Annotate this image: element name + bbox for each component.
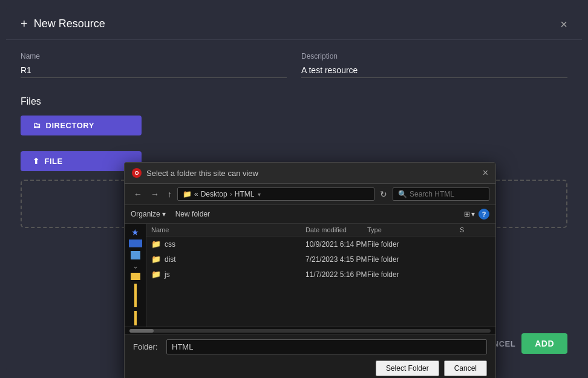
- sidebar-folder: [131, 273, 140, 281]
- back-button[interactable]: ←: [131, 187, 145, 201]
- file-type-js: File folder: [367, 270, 460, 279]
- file-row-dist[interactable]: 📁 dist 7/21/2023 4:15 PM File folder: [146, 252, 495, 267]
- dialog-header: + New Resource ×: [6, 6, 582, 40]
- description-group: Description: [301, 52, 567, 78]
- view-chevron: ▾: [471, 210, 475, 218]
- fb-cancel-button[interactable]: Cancel: [444, 360, 487, 376]
- file-browser-title-bar: O Select a folder this site can view ×: [125, 163, 495, 184]
- sidebar-item-1: [129, 240, 142, 247]
- fb-content: ★ ⌄ Name Date modified Type S 📁 css: [125, 224, 495, 327]
- file-date-js: 11/7/2022 5:16 PM: [305, 270, 367, 279]
- plus-icon: +: [21, 17, 28, 31]
- fb-file-list: Name Date modified Type S 📁 css 10/9/202…: [146, 224, 495, 327]
- fb-btn-row: Select Folder Cancel: [133, 360, 487, 376]
- file-name-dist: 📁 dist: [151, 255, 305, 264]
- folder-label: Folder:: [133, 342, 160, 351]
- description-label: Description: [301, 52, 567, 60]
- sidebar-chevron: ⌄: [132, 262, 139, 270]
- fb-actions: Organize ▾ New folder ⊞ ▾ ?: [125, 205, 495, 224]
- folder-icon: 📁: [183, 190, 192, 198]
- fb-actions-left: Organize ▾ New folder: [131, 210, 210, 218]
- fb-title-text: Select a folder this site can view: [146, 169, 258, 178]
- fb-close-button[interactable]: ×: [483, 168, 488, 178]
- file-row-css[interactable]: 📁 css 10/9/2021 6:14 PM File folder: [146, 236, 495, 252]
- breadcrumb-arrow: ›: [230, 190, 232, 198]
- up-button[interactable]: ↑: [165, 187, 175, 201]
- search-icon: 🔍: [398, 190, 407, 198]
- file-name-css: 📁 css: [151, 240, 305, 249]
- fb-hscroll[interactable]: [125, 327, 495, 334]
- th-name: Name: [151, 226, 305, 233]
- file-name-js: 📁 js: [151, 270, 305, 279]
- fb-table-header: Name Date modified Type S: [146, 224, 495, 236]
- fb-toolbar: ← → ↑ 📁 « Desktop › HTML ▾ ↻ 🔍: [125, 184, 495, 205]
- description-input[interactable]: [301, 63, 567, 78]
- upload-icon: ⬆: [33, 157, 40, 166]
- new-folder-button[interactable]: New folder: [175, 210, 210, 218]
- file-browser-dialog: O Select a folder this site can view × ←…: [124, 162, 496, 378]
- form-section: Name Description: [6, 40, 582, 90]
- file-name-text-js: js: [165, 270, 170, 279]
- breadcrumb-path2: HTML: [235, 190, 255, 198]
- hscroll-thumb: [129, 329, 154, 333]
- organize-label: Organize: [131, 210, 160, 218]
- refresh-button[interactable]: ↻: [377, 187, 390, 201]
- file-date-css: 10/9/2021 6:14 PM: [305, 240, 367, 249]
- help-button[interactable]: ?: [479, 209, 489, 220]
- sidebar-item-2: [131, 251, 140, 259]
- directory-button[interactable]: 🗂 DIRECTORY: [21, 116, 142, 135]
- th-type: Type: [367, 226, 460, 233]
- folder-row: Folder:: [133, 339, 487, 354]
- file-name-text-css: css: [165, 240, 175, 249]
- file-row-js[interactable]: 📁 js 11/7/2022 5:16 PM File folder: [146, 267, 495, 282]
- fb-sidebar: ★ ⌄: [125, 224, 146, 327]
- name-group: Name: [21, 52, 287, 78]
- dialog-title: New Resource: [34, 18, 105, 30]
- breadcrumb-sep: «: [194, 190, 198, 198]
- files-title: Files: [21, 96, 567, 107]
- th-size: S: [460, 226, 491, 233]
- select-folder-button[interactable]: Select Folder: [376, 360, 439, 376]
- name-label: Name: [21, 52, 287, 60]
- folder-icon-css: 📁: [151, 240, 161, 249]
- directory-icon: 🗂: [33, 121, 41, 130]
- folder-input[interactable]: [166, 339, 487, 354]
- view-icon: ⊞: [464, 210, 470, 218]
- view-button[interactable]: ⊞ ▾: [464, 210, 475, 218]
- hscroll-track: [129, 329, 491, 333]
- search-input[interactable]: [410, 190, 484, 198]
- file-date-dist: 7/21/2023 4:15 PM: [305, 255, 367, 264]
- file-button[interactable]: ⬆ FILE: [21, 151, 142, 171]
- organize-chevron: ▾: [162, 210, 166, 218]
- opera-icon: O: [132, 168, 142, 178]
- folder-icon-dist: 📁: [151, 255, 161, 264]
- forward-button[interactable]: →: [148, 187, 162, 201]
- fb-footer: Folder: Select Folder Cancel: [125, 334, 495, 378]
- file-name-text-dist: dist: [165, 255, 176, 264]
- organize-button[interactable]: Organize ▾: [131, 210, 166, 218]
- breadcrumb-bar[interactable]: 📁 « Desktop › HTML ▾: [177, 187, 374, 201]
- file-type-dist: File folder: [367, 255, 460, 264]
- sidebar-bar1: [134, 284, 137, 307]
- file-label: FILE: [45, 157, 63, 166]
- title-row: + New Resource: [21, 17, 105, 31]
- add-button[interactable]: ADD: [521, 333, 567, 354]
- directory-label: DIRECTORY: [46, 121, 94, 130]
- name-input[interactable]: [21, 63, 287, 78]
- th-date: Date modified: [305, 226, 367, 233]
- close-button[interactable]: ×: [560, 18, 567, 30]
- search-box: 🔍: [393, 187, 489, 201]
- fb-title-content: O Select a folder this site can view: [132, 168, 258, 178]
- breadcrumb-chevron: ▾: [258, 191, 261, 198]
- files-section: Files 🗂 DIRECTORY: [6, 90, 582, 151]
- folder-icon-js: 📁: [151, 270, 161, 279]
- file-type-css: File folder: [367, 240, 460, 249]
- breadcrumb-path1: Desktop: [201, 190, 227, 198]
- sidebar-bar2: [134, 311, 137, 325]
- star-icon: ★: [131, 227, 139, 237]
